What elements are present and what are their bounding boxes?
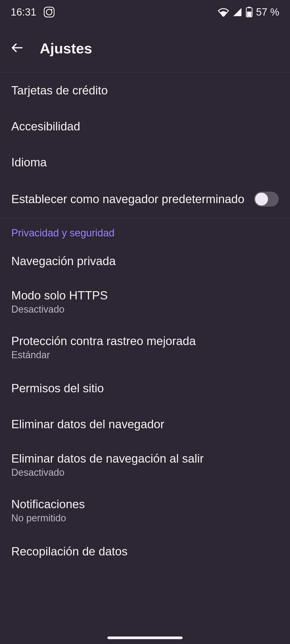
setting-label: Eliminar datos del navegador [11, 418, 279, 431]
setting-label: Protección contra rastreo mejorada [11, 334, 279, 348]
battery-icon [246, 7, 253, 17]
setting-label: Modo solo HTTPS [11, 289, 279, 302]
setting-https-only[interactable]: Modo solo HTTPS Desactivado [0, 279, 290, 325]
setting-tracking-protection[interactable]: Protección contra rastreo mejorada Están… [0, 325, 290, 370]
setting-site-permissions[interactable]: Permisos del sitio [0, 370, 290, 406]
wifi-icon [218, 8, 229, 17]
setting-language[interactable]: Idioma [0, 144, 290, 180]
setting-label: Navegación privada [11, 254, 279, 268]
setting-label: Tarjetas de crédito [11, 84, 279, 97]
setting-label: Idioma [11, 156, 279, 169]
setting-credit-cards[interactable]: Tarjetas de crédito [0, 72, 290, 108]
settings-content: Tarjetas de crédito Accesibilidad Idioma… [0, 72, 290, 569]
setting-clear-data[interactable]: Eliminar datos del navegador [0, 406, 290, 442]
toggle-knob [255, 193, 268, 206]
setting-sub: Desactivado [11, 467, 279, 478]
svg-rect-2 [247, 12, 251, 16]
setting-accessibility[interactable]: Accesibilidad [0, 108, 290, 144]
home-indicator[interactable] [107, 636, 183, 639]
section-privacy-header: Privacidad y seguridad [0, 218, 290, 243]
signal-icon [232, 8, 242, 17]
default-browser-toggle[interactable] [254, 192, 279, 207]
status-time: 16:31 [11, 6, 36, 18]
setting-label: Recopilación de datos [11, 545, 279, 558]
setting-sub: Desactivado [11, 304, 279, 315]
setting-sub: No permitido [11, 513, 279, 524]
page-title: Ajustes [40, 40, 92, 57]
back-button[interactable] [11, 41, 24, 55]
setting-default-browser[interactable]: Establecer como navegador predeterminado [0, 180, 290, 218]
setting-label: Establecer como navegador predeterminado [11, 192, 254, 206]
setting-private-browsing[interactable]: Navegación privada [0, 243, 290, 279]
setting-label: Eliminar datos de navegación al salir [11, 452, 279, 465]
svg-rect-1 [248, 7, 251, 8]
status-bar: 16:31 57 % [0, 0, 290, 24]
app-bar: Ajustes [0, 24, 290, 72]
instagram-icon [44, 7, 55, 17]
setting-notifications[interactable]: Notificaciones No permitido [0, 488, 290, 533]
setting-label: Permisos del sitio [11, 382, 279, 395]
setting-sub: Estándar [11, 349, 279, 361]
battery-percent: 57 % [256, 6, 279, 18]
setting-label: Notificaciones [11, 497, 279, 511]
setting-data-collection[interactable]: Recopilación de datos [0, 533, 290, 569]
arrow-left-icon [11, 41, 24, 54]
setting-label: Accesibilidad [11, 120, 279, 133]
setting-clear-on-exit[interactable]: Eliminar datos de navegación al salir De… [0, 442, 290, 488]
